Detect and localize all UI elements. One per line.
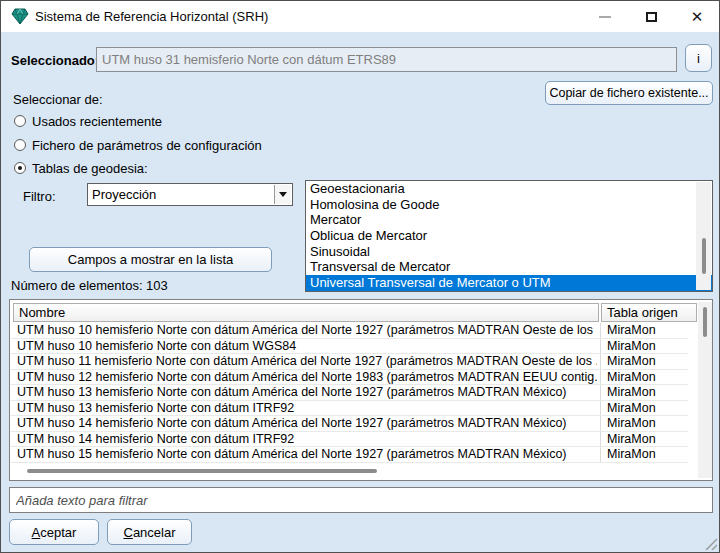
table-row[interactable]: UTM huso 11 hemisferio Norte con dátum A… [11,354,688,370]
list-scrollbar-thumb[interactable] [702,238,706,274]
list-item[interactable]: Oblicua de Mercator [306,228,712,244]
radio-config-file[interactable]: Fichero de parámetros de configuración [14,137,262,153]
info-button[interactable]: i [685,44,712,72]
select-from-label: Seleccionar de: [13,92,103,107]
radio-icon[interactable] [14,139,26,151]
radio-recently-used[interactable]: Usados recientemente [14,113,162,129]
text-filter-input[interactable] [9,487,713,513]
list-item[interactable]: Sinusoidal [306,244,712,260]
titlebar[interactable]: Sistema de Referencia Horizontal (SRH) ✕ [1,1,719,32]
minimize-button[interactable] [582,1,628,32]
table-row[interactable]: UTM huso 12 hemisferio Norte con dátum A… [11,370,688,386]
column-header-nombre[interactable]: Nombre [13,303,599,322]
selected-srs-field[interactable] [96,47,677,72]
table-row[interactable]: UTM huso 14 hemisferio Norte con dátum I… [11,432,688,448]
table-row[interactable]: UTM huso 10 hemisferio Norte con dátum W… [11,339,688,355]
dialog-window: Sistema de Referencia Horizontal (SRH) ✕… [0,0,720,553]
selected-label: Seleccionado: [11,53,99,68]
minimize-icon [599,16,611,18]
copy-from-file-button[interactable]: Copiar de fichero existente... [545,81,713,105]
table-row[interactable]: UTM huso 13 hemisferio Norte con dátum I… [11,401,688,417]
radio-geodesy-tables[interactable]: Tablas de geodesia: [14,160,148,176]
maximize-button[interactable] [628,1,674,32]
list-item[interactable]: Geoestacionaria [306,181,712,197]
close-button[interactable]: ✕ [674,1,720,32]
window-title: Sistema de Referencia Horizontal (SRH) [35,1,268,32]
filter-combobox-value: Proyección [92,184,156,205]
radio-icon[interactable] [14,115,26,127]
table-body: UTM huso 10 hemisferio Norte con dátum A… [11,323,688,463]
list-item-selected[interactable]: Universal Transversal de Mercator o UTM [306,275,712,291]
info-icon: i [697,51,700,66]
table-hscrollbar-thumb[interactable] [27,469,377,473]
list-item[interactable]: Transversal de Mercator [306,259,712,275]
cancel-button[interactable]: Cancelar [107,519,192,545]
maximize-icon [646,12,657,22]
list-item[interactable]: Homolosina de Goode [306,197,712,213]
miramon-gem-icon [11,8,29,25]
accept-button[interactable]: Aceptar [9,519,99,545]
srs-table: Nombre Tabla origen UTM huso 10 hemisfer… [9,299,713,481]
table-row[interactable]: UTM huso 14 hemisferio Norte con dátum A… [11,416,688,432]
resize-grip[interactable] [703,536,717,550]
fields-to-show-button[interactable]: Campos a mostrar en la lista [29,247,272,272]
table-vscrollbar-thumb[interactable] [703,307,707,337]
chevron-down-icon[interactable] [274,185,291,204]
filter-label: Filtro: [23,189,56,204]
table-row[interactable]: UTM huso 15 hemisferio Norte con dátum A… [11,447,688,463]
radio-icon-selected[interactable] [14,162,26,174]
list-item[interactable]: Mercator [306,212,712,228]
table-row[interactable]: UTM huso 13 hemisferio Norte con dátum A… [11,385,688,401]
projection-listbox[interactable]: Geoestacionaria Homolosina de Goode Merc… [305,180,713,292]
table-row[interactable]: UTM huso 10 hemisferio Norte con dátum A… [11,323,688,339]
column-header-tabla-origen[interactable]: Tabla origen [601,303,697,322]
filter-combobox[interactable]: Proyección [87,183,293,206]
close-icon: ✕ [691,9,704,24]
element-count-label: Número de elementos: 103 [11,278,168,293]
